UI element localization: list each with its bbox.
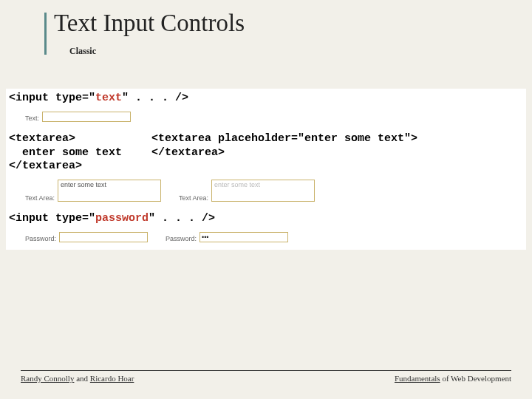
example-text-row: Text:: [6, 110, 526, 129]
heading-accent: [44, 13, 47, 55]
code-line: enter some text: [9, 146, 122, 160]
footer-book: Fundamentals of Web Development: [395, 374, 511, 383]
code-line: </textarea>: [9, 160, 122, 174]
code-value: text: [95, 92, 122, 104]
footer-author-1: Randy Connolly: [21, 374, 74, 383]
code-token: <input type=": [9, 92, 95, 104]
example-password-label-1: Password:: [25, 235, 56, 242]
example-textarea-pair-2: Text Area: enter some text: [179, 180, 315, 202]
page-title: Text Input Controls: [54, 10, 245, 37]
example-textarea-label-1: Text Area:: [25, 194, 55, 202]
example-textarea-1[interactable]: enter some text: [58, 180, 161, 202]
footer-book-a: Fundamentals: [395, 374, 440, 383]
example-password-label-2: Password:: [166, 235, 197, 242]
code-token: <input type=": [9, 212, 95, 225]
example-text-input[interactable]: [42, 112, 131, 122]
code-input-password: <input type="password" . . . />: [6, 209, 526, 231]
example-textarea-label-2: Text Area:: [179, 194, 208, 202]
footer-book-b: of Web Development: [440, 374, 511, 383]
code-value: password: [95, 212, 149, 225]
code-token: " . . . />: [149, 212, 215, 225]
example-password-pair-2: Password: •••: [166, 232, 288, 242]
footer-author-2: Ricardo Hoar: [90, 374, 134, 383]
page-subtitle: Classic: [69, 46, 96, 57]
code-textarea-left: <textarea> enter some text </textarea>: [9, 132, 122, 174]
footer-authors: Randy Connolly and Ricardo Hoar: [21, 374, 134, 383]
code-textarea-right: <textarea placeholder="enter some text">…: [151, 132, 417, 174]
code-line: </textarea>: [151, 146, 417, 160]
footer: Randy Connolly and Ricardo Hoar Fundamen…: [21, 370, 511, 383]
code-line: <textarea placeholder="enter some text">: [151, 132, 417, 146]
example-password-pair-1: Password:: [25, 232, 148, 242]
example-password-input-2[interactable]: •••: [200, 232, 288, 242]
code-input-text: <input type="text" . . . />: [6, 89, 526, 110]
example-password-input-1[interactable]: [59, 232, 148, 242]
code-textarea-row: <textarea> enter some text </textarea> <…: [6, 129, 526, 178]
footer-and: and: [74, 374, 89, 383]
example-textarea-row: Text Area: enter some text Text Area: en…: [6, 178, 526, 209]
example-textarea-pair-1: Text Area: enter some text: [25, 180, 161, 202]
example-text-pair: Text:: [25, 112, 131, 122]
code-token: " . . . />: [122, 92, 188, 104]
example-textarea-2[interactable]: enter some text: [211, 180, 315, 202]
content-panel: <input type="text" . . . /> Text: <texta…: [6, 89, 526, 250]
example-text-label: Text:: [25, 115, 39, 122]
code-line: <textarea>: [9, 132, 122, 146]
example-password-row: Password: Password: •••: [6, 231, 526, 250]
